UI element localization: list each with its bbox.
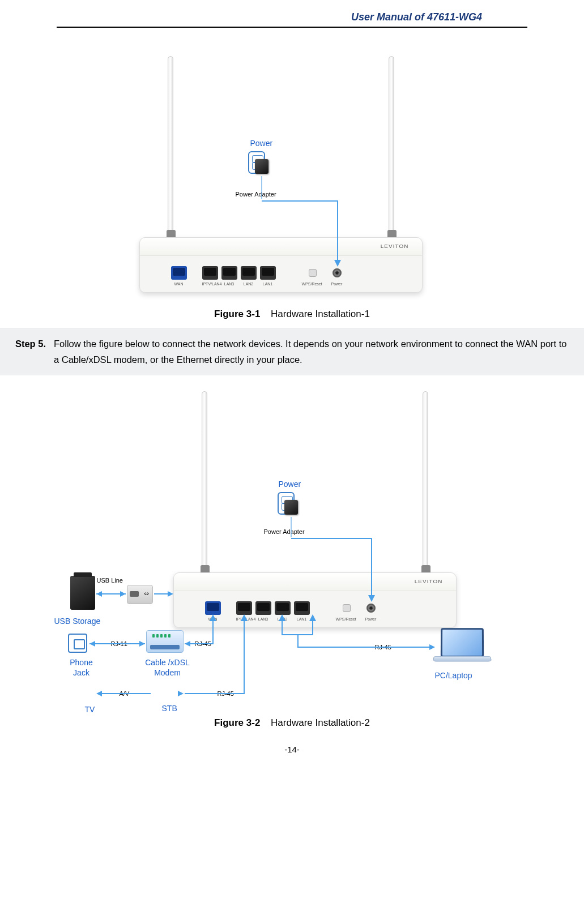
- power-adapter-label-2: Power Adapter: [264, 528, 305, 535]
- page-header: User Manual of 47611-WG4: [34, 11, 550, 27]
- power-adapter-brick: [255, 159, 268, 174]
- step-5-label: Step 5.: [0, 336, 54, 367]
- wan-port: [171, 266, 187, 280]
- svg-marker-4: [96, 591, 102, 597]
- svg-marker-16: [178, 691, 184, 696]
- svg-marker-7: [89, 641, 95, 647]
- lan3-port: [221, 266, 237, 280]
- wps-label: WPS/Reset: [302, 282, 322, 286]
- wan-port-label-2: WAN: [205, 617, 221, 621]
- figure1-caption-text: Hardware Installation-1: [271, 309, 370, 319]
- router-body-2: LEVITON WAN IPTV/LAN4 LAN3 LAN2 LAN1 WPS…: [173, 572, 457, 628]
- lan2-label: LAN2: [241, 282, 257, 286]
- modem-label: Cable /xDSL Modem: [139, 657, 196, 678]
- lan4-label-2: IPTV/LAN4: [236, 617, 252, 621]
- usb-storage-icon: [70, 576, 95, 610]
- antenna-left-2: [202, 391, 207, 567]
- lan-port-labels: IPTV/LAN4 LAN3 LAN2 LAN1: [202, 282, 276, 286]
- svg-marker-10: [185, 641, 190, 647]
- usb-line-label: USB Line: [97, 577, 123, 584]
- lan3-label-2: LAN3: [255, 617, 271, 621]
- lan1-port: [260, 266, 276, 280]
- modem-icon: [146, 630, 184, 653]
- figure1-caption: Figure 3-1 Hardware Installation-1: [34, 309, 550, 320]
- antenna-left: [168, 56, 173, 232]
- page-number: -14-: [34, 745, 550, 754]
- svg-marker-15: [96, 691, 102, 696]
- power-label-2: Power: [279, 480, 301, 489]
- figure-3-1: LEVITON WAN IPTV/LAN4 LAN3 LAN2 LAN1: [34, 33, 550, 320]
- laptop-icon: [434, 628, 491, 665]
- antenna-right: [389, 56, 394, 232]
- power-jack-label-2: Power: [365, 617, 377, 621]
- wps-label-2: WPS/Reset: [336, 617, 356, 621]
- usb-slot-icon: ⇔: [127, 585, 153, 604]
- antenna-right-2: [423, 391, 428, 567]
- brand-label: LEVITON: [381, 243, 409, 249]
- brand-label-2: LEVITON: [415, 579, 443, 584]
- lan1-label: LAN1: [260, 282, 276, 286]
- figure-3-2: LEVITON WAN IPTV/LAN4 LAN3 LAN2 LAN1 WPS…: [34, 380, 550, 729]
- rj11-label: RJ-11: [111, 640, 127, 647]
- power-adapter-label: Power Adapter: [236, 191, 276, 198]
- wan-port-label: WAN: [171, 282, 187, 286]
- wan-port-2: [205, 601, 221, 615]
- pc-laptop-label: PC/Laptop: [435, 671, 472, 680]
- lan4-label: IPTV/LAN4: [202, 282, 218, 286]
- lan2-label-2: LAN2: [275, 617, 291, 621]
- figure1-caption-num: Figure 3-1: [214, 309, 260, 319]
- wps-button-2: [343, 604, 351, 612]
- step-5-text: Follow the figure below to connect the n…: [54, 336, 572, 367]
- stb-label: STB: [162, 704, 177, 713]
- lan1-port-2: [294, 601, 310, 615]
- lan-port-labels-2: IPTV/LAN4 LAN3 LAN2 LAN1: [236, 617, 310, 621]
- svg-marker-8: [139, 641, 145, 647]
- usb-symbol-icon: ⇔: [144, 590, 149, 597]
- router-body: LEVITON WAN IPTV/LAN4 LAN3 LAN2 LAN1: [139, 237, 423, 293]
- av-label: A/V: [120, 690, 130, 697]
- lan1-label-2: LAN1: [294, 617, 310, 621]
- lan4-port-2: [236, 601, 252, 615]
- svg-marker-5: [120, 591, 126, 597]
- rj45-label-wan: RJ-45: [195, 640, 211, 647]
- wps-button: [309, 269, 317, 277]
- lan2-port: [241, 266, 257, 280]
- power-jack-label: Power: [331, 282, 343, 286]
- lan-port-row: [202, 266, 276, 280]
- power-adapter-brick-2: [284, 500, 298, 515]
- tv-label: TV: [85, 705, 95, 714]
- usb-storage-label: USB Storage: [54, 617, 101, 626]
- lan2-port-2: [275, 601, 291, 615]
- phone-jack-icon: [68, 634, 87, 653]
- power-label: Power: [250, 139, 273, 148]
- rj45-label-lan: RJ-45: [375, 644, 391, 651]
- phone-jack-label: Phone Jack: [65, 657, 99, 678]
- power-jack: [333, 268, 342, 277]
- svg-marker-6: [168, 591, 173, 597]
- lan-port-row-2: [236, 601, 310, 615]
- step-5-box: Step 5. Follow the figure below to conne…: [0, 328, 584, 375]
- header-rule: [57, 27, 527, 28]
- lan3-port-2: [255, 601, 271, 615]
- rj45-label-stb: RJ-45: [218, 690, 234, 697]
- lan4-port: [202, 266, 218, 280]
- lan3-label: LAN3: [221, 282, 237, 286]
- power-jack-2: [366, 604, 376, 613]
